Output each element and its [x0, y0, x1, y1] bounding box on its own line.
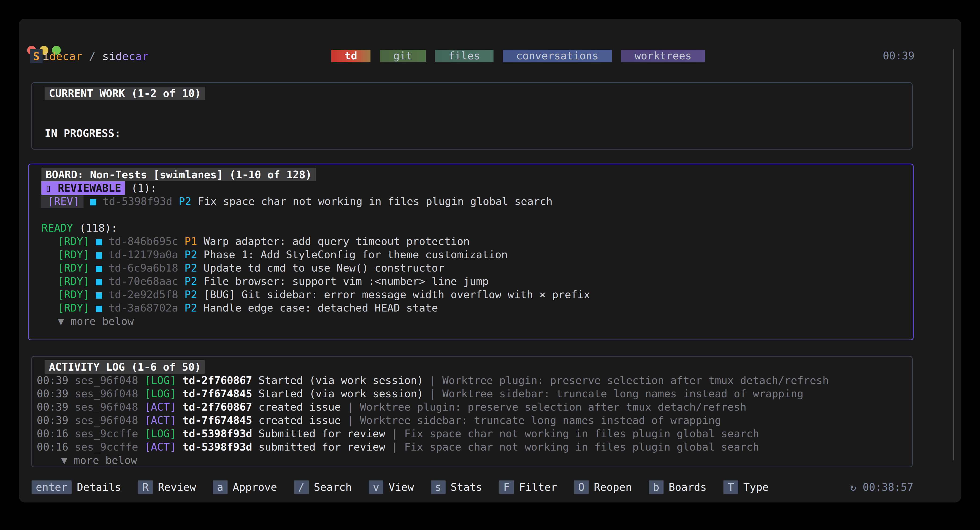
- activity-row[interactable]: 00:39 ses_96f048 [ACT] td-7f674845 creat…: [37, 414, 912, 427]
- keybar-item[interactable]: enterDetails: [32, 481, 121, 494]
- tab[interactable]: conversations: [503, 50, 612, 62]
- task-title: File browser: support vim :<number> line…: [204, 275, 488, 287]
- keybar-item[interactable]: bBoards: [649, 481, 707, 494]
- breadcrumb-separator: /: [82, 50, 102, 63]
- status-badge: [RDY]: [58, 262, 89, 274]
- task-id: td-6c9a6b18: [108, 262, 178, 274]
- board-row[interactable]: [RDY] ■ td-3a68702a P2 Handle edge case:…: [58, 301, 913, 314]
- clock: 00:39: [883, 49, 915, 62]
- activity-row[interactable]: 00:39 ses_96f048 [LOG] td-2f760867 Start…: [37, 374, 912, 387]
- tab[interactable]: files: [435, 50, 493, 62]
- key-label: Type: [743, 481, 768, 494]
- tab[interactable]: worktrees: [621, 50, 705, 62]
- board-row[interactable]: [RDY] ■ td-846b695c P1 Warp adapter: add…: [58, 235, 913, 248]
- event-time: 00:39: [37, 401, 68, 413]
- separator: |: [391, 441, 398, 453]
- task-bullet-icon: ■: [90, 195, 96, 208]
- more-below-indicator: ▼ more below: [61, 454, 137, 467]
- task-bullet-icon: ■: [96, 288, 102, 301]
- event-detail: Fix space char not working in files plug…: [404, 427, 759, 440]
- keybar-item[interactable]: /Search: [294, 481, 352, 494]
- event-action: Started (via work session): [258, 387, 423, 400]
- activity-row[interactable]: 00:16 ses_9ccffe [LOG] td-5398f93d Submi…: [37, 427, 912, 440]
- repo-name: sidecar: [102, 50, 148, 63]
- task-bullet-icon: ■: [96, 301, 102, 314]
- event-detail: Worktree sidebar: truncate long names in…: [442, 387, 803, 400]
- key-badge: R: [138, 481, 153, 494]
- breadcrumb: Sidecar / sidecar: [30, 49, 148, 62]
- activity-row[interactable]: 00:16 ses_9ccffe [ACT] td-5398f93d submi…: [37, 440, 912, 454]
- key-badge: T: [724, 481, 738, 494]
- priority-badge: P2: [185, 248, 197, 261]
- status-badge: [RDY]: [58, 248, 89, 261]
- task-title: Update td cmd to use New() constructor: [204, 262, 444, 274]
- event-action: submitted for review: [258, 441, 385, 453]
- priority-badge: P2: [185, 275, 197, 287]
- session-id: ses_96f048: [75, 387, 138, 400]
- task-title: Fix space char not working in files plug…: [198, 195, 552, 208]
- task-id: td-2f760867: [183, 374, 252, 387]
- task-bullet-icon: ■: [96, 248, 102, 261]
- app-window: Sidecar / sidecar td git files conversat…: [19, 19, 961, 502]
- board-row[interactable]: [RDY] ■ td-6c9a6b18 P2 Update td cmd to …: [58, 261, 913, 275]
- activity-row[interactable]: 00:39 ses_96f048 [LOG] td-7f674845 Start…: [37, 387, 912, 400]
- event-action: created issue: [258, 401, 341, 413]
- event-detail: Worktree plugin: preserve selection afte…: [360, 401, 746, 413]
- header-bar: Sidecar / sidecar td git files conversat…: [30, 49, 915, 63]
- status-badge: [RDY]: [58, 288, 89, 301]
- priority-badge: P2: [185, 288, 197, 301]
- keybar-item[interactable]: OReopen: [574, 481, 632, 494]
- keybar-item[interactable]: aApprove: [213, 481, 277, 494]
- task-bullet-icon: ■: [96, 262, 102, 274]
- key-badge: F: [499, 481, 514, 494]
- event-detail: Worktree sidebar: truncate long names in…: [360, 414, 721, 427]
- keybar-item[interactable]: FFilter: [499, 481, 557, 494]
- keybar-item[interactable]: TType: [724, 481, 768, 494]
- separator: |: [430, 374, 436, 387]
- refresh-icon: ↻: [850, 481, 862, 494]
- separator: |: [347, 414, 354, 427]
- event-tag: [LOG]: [145, 427, 176, 440]
- task-id: td-5398f93d: [103, 195, 172, 208]
- tab-label: td: [338, 49, 363, 62]
- task-bullet-icon: ■: [96, 275, 102, 287]
- task-id: td-7f674845: [183, 414, 252, 427]
- current-work-title: CURRENT WORK (1-2 of 10): [45, 87, 205, 100]
- status-badge: [RDY]: [58, 235, 89, 248]
- key-badge: O: [574, 481, 589, 494]
- timer-value: 00:38:57: [862, 481, 913, 494]
- board-row-reviewable[interactable]: [REV] ■ td-5398f93d P2 Fix space char no…: [41, 195, 913, 208]
- more-below-indicator: ▼ more below: [58, 315, 134, 327]
- ready-count: (118):: [73, 222, 118, 234]
- board-row[interactable]: [RDY] ■ td-12179a0a P2 Phase 1: Add Styl…: [58, 248, 913, 261]
- session-id: ses_96f048: [75, 374, 138, 387]
- activity-log-title: ACTIVITY LOG (1-6 of 50): [45, 360, 205, 374]
- activity-row[interactable]: 00:39 ses_96f048 [ACT] td-2f760867 creat…: [37, 400, 912, 414]
- rectangle-icon: ▯: [45, 182, 58, 194]
- board-row[interactable]: [RDY] ■ td-2e92d5f8 P2 [BUG] Git sidebar…: [58, 288, 913, 301]
- board-row[interactable]: [RDY] ■ td-70e68aac P2 File browser: sup…: [58, 275, 913, 288]
- session-id: ses_9ccffe: [75, 427, 138, 440]
- task-id: td-5398f93d: [183, 441, 252, 453]
- keybar: enterDetails RReview aApprove /Search vV…: [32, 481, 913, 494]
- status-badge: [REV]: [41, 195, 83, 208]
- session-id: ses_96f048: [75, 414, 138, 427]
- separator: |: [391, 427, 398, 440]
- priority-badge: P2: [179, 195, 191, 208]
- tab[interactable]: td: [331, 50, 371, 62]
- key-badge: s: [431, 481, 445, 494]
- event-time: 00:39: [37, 414, 68, 427]
- task-title: Warp adapter: add query timeout protecti…: [204, 235, 470, 248]
- task-title: Handle edge case: detached HEAD state: [204, 301, 438, 314]
- task-id: td-5398f93d: [183, 427, 252, 440]
- tab[interactable]: git: [380, 50, 425, 62]
- scrollbar[interactable]: [953, 49, 954, 460]
- event-time: 00:16: [37, 427, 68, 440]
- ready-lane-label: READY: [41, 222, 73, 234]
- keybar-item[interactable]: sStats: [431, 481, 482, 494]
- keybar-item[interactable]: vView: [369, 481, 414, 494]
- task-bullet-icon: ■: [96, 235, 102, 248]
- event-action: Submitted for review: [258, 427, 385, 440]
- keybar-item[interactable]: RReview: [138, 481, 196, 494]
- event-action: created issue: [258, 414, 341, 427]
